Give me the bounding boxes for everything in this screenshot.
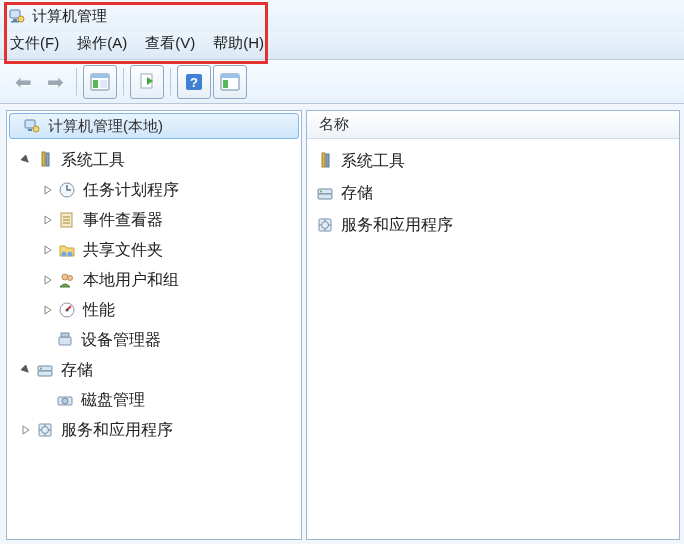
tree-item-device-manager[interactable]: 设备管理器 [9,325,299,355]
svg-rect-12 [221,74,239,78]
tree-label: 性能 [83,300,115,321]
svg-rect-18 [46,153,49,166]
menu-help[interactable]: 帮助(H) [213,34,264,53]
properties-button[interactable] [213,65,247,99]
menu-action[interactable]: 操作(A) [77,34,127,53]
svg-rect-2 [11,21,19,23]
menu-file[interactable]: 文件(F) [10,34,59,53]
tools-icon [315,151,335,171]
tree-item-event-viewer[interactable]: 事件查看器 [9,205,299,235]
help-button[interactable]: ? [177,65,211,99]
storage-icon [315,183,335,203]
tree-label: 存储 [61,360,93,381]
expander-closed-icon[interactable] [41,273,55,287]
tree-header-root[interactable]: 计算机管理(本地) [9,113,299,139]
svg-rect-7 [100,80,107,88]
tree-item-disk-management[interactable]: 磁盘管理 [9,385,299,415]
expander-closed-icon[interactable] [41,303,55,317]
arrow-left-icon: ⬅ [15,70,32,94]
menu-bar: 文件(F) 操作(A) 查看(V) 帮助(H) [0,32,684,60]
tree-item-system-tools[interactable]: 系统工具 [9,145,299,175]
list-item-system-tools[interactable]: 系统工具 [311,145,675,177]
svg-rect-17 [42,152,45,166]
tree-label: 磁盘管理 [81,390,145,411]
svg-point-43 [320,191,322,193]
svg-rect-6 [93,80,98,88]
expander-closed-icon[interactable] [41,213,55,227]
separator [170,68,171,96]
column-label: 名称 [319,115,349,134]
list-item-label: 存储 [341,183,373,204]
expander-closed-icon[interactable] [41,183,55,197]
list-column-header-name[interactable]: 名称 [307,111,679,139]
performance-icon [57,300,77,320]
computer-mgmt-icon [22,116,42,136]
tree-item-shared-folders[interactable]: 共享文件夹 [9,235,299,265]
svg-point-26 [62,274,68,280]
users-icon [57,270,77,290]
export-button[interactable] [130,65,164,99]
tree-root-label: 计算机管理(本地) [48,117,163,136]
separator [123,68,124,96]
tree-label: 服务和应用程序 [61,420,173,441]
back-button[interactable]: ⬅ [8,67,38,97]
svg-point-34 [40,368,42,370]
separator [76,68,77,96]
svg-rect-33 [38,371,52,376]
svg-point-16 [33,126,39,132]
menu-view[interactable]: 查看(V) [145,34,195,53]
export-icon [137,72,157,92]
svg-point-25 [68,252,73,257]
services-icon [35,420,55,440]
tree-panel: 计算机管理(本地) 系统工具 任务计划程序 [6,110,302,540]
services-icon [315,215,335,235]
clock-icon [57,180,77,200]
list-body: 系统工具 存储 服务和应用程序 [307,139,679,247]
window-title: 计算机管理 [32,7,107,26]
tree-item-task-scheduler[interactable]: 任务计划程序 [9,175,299,205]
svg-rect-15 [28,129,32,131]
svg-rect-1 [13,19,17,21]
disk-icon [55,390,75,410]
event-viewer-icon [57,210,77,230]
tree-label: 任务计划程序 [83,180,179,201]
forward-button[interactable]: ➡ [40,67,70,97]
expander-closed-icon[interactable] [41,243,55,257]
tree-label: 本地用户和组 [83,270,179,291]
app-icon [8,7,26,25]
tree-item-performance[interactable]: 性能 [9,295,299,325]
tree-label: 事件查看器 [83,210,163,231]
svg-rect-42 [318,194,332,199]
expander-open-icon[interactable] [19,363,33,377]
svg-rect-30 [59,337,71,345]
svg-text:?: ? [190,75,198,90]
svg-rect-39 [322,153,325,167]
tree: 系统工具 任务计划程序 事件查看器 [7,141,301,449]
tree-item-local-users[interactable]: 本地用户和组 [9,265,299,295]
svg-rect-13 [223,80,228,88]
content-area: 计算机管理(本地) 系统工具 任务计划程序 [0,104,684,544]
expander-closed-icon[interactable] [19,423,33,437]
list-item-services-apps[interactable]: 服务和应用程序 [311,209,675,241]
help-icon: ? [184,72,204,92]
svg-rect-31 [61,333,69,337]
list-item-label: 系统工具 [341,151,405,172]
arrow-right-icon: ➡ [47,70,64,94]
tree-item-services-apps[interactable]: 服务和应用程序 [9,415,299,445]
expander-open-icon[interactable] [19,153,33,167]
show-hide-tree-button[interactable] [83,65,117,99]
title-bar: 计算机管理 [0,0,684,32]
tree-label: 设备管理器 [81,330,161,351]
tree-item-storage[interactable]: 存储 [9,355,299,385]
svg-point-36 [62,398,68,404]
storage-icon [35,360,55,380]
svg-point-29 [66,309,69,312]
svg-rect-40 [326,154,329,167]
list-panel: 名称 系统工具 存储 服务和应用程序 [306,110,680,540]
tree-label: 共享文件夹 [83,240,163,261]
svg-point-24 [62,252,67,257]
svg-rect-5 [91,74,109,78]
panel-icon [90,72,110,92]
tree-label: 系统工具 [61,150,125,171]
list-item-storage[interactable]: 存储 [311,177,675,209]
